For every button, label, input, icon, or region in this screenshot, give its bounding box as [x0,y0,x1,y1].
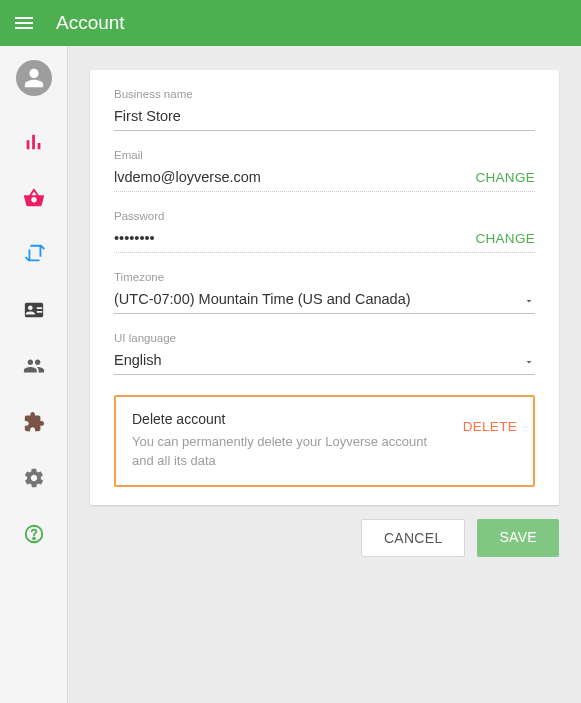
sidebar-item-items[interactable] [0,170,68,226]
main-content: Business name Email lvdemo@loyverse.com … [68,46,581,703]
action-buttons: CANCEL SAVE [90,519,559,557]
password-label: Password [114,210,535,222]
business-name-label: Business name [114,88,535,100]
sidebar-item-help[interactable] [0,506,68,562]
change-password-button[interactable]: CHANGE [475,231,535,246]
sidebar-item-settings[interactable] [0,450,68,506]
email-label: Email [114,149,535,161]
avatar[interactable] [16,60,52,96]
chevron-down-icon [523,293,535,311]
language-value: English [114,350,535,370]
sidebar [0,46,68,703]
language-label: UI language [114,332,535,344]
delete-account-desc: You can permanently delete your Loyverse… [132,433,451,471]
app-header: Account [0,0,581,46]
change-email-button[interactable]: CHANGE [475,170,535,185]
save-button[interactable]: SAVE [477,519,559,557]
sidebar-item-employees[interactable] [0,282,68,338]
timezone-value: (UTC-07:00) Mountain Time (US and Canada… [114,289,535,309]
sidebar-item-integrations[interactable] [0,394,68,450]
svg-point-1 [33,538,35,540]
password-value: •••••••• [114,228,475,248]
sidebar-item-customers[interactable] [0,338,68,394]
field-timezone: Timezone (UTC-07:00) Mountain Time (US a… [114,271,535,314]
language-select[interactable]: English [114,350,535,375]
email-value: lvdemo@loyverse.com [114,167,475,187]
timezone-select[interactable]: (UTC-07:00) Mountain Time (US and Canada… [114,289,535,314]
field-email: Email lvdemo@loyverse.com CHANGE [114,149,535,192]
field-language: UI language English [114,332,535,375]
sidebar-item-inventory[interactable] [0,226,68,282]
page-title: Account [56,12,125,34]
timezone-label: Timezone [114,271,535,283]
chevron-down-icon [523,354,535,372]
field-business-name: Business name [114,88,535,131]
business-name-input[interactable] [114,106,535,126]
menu-icon[interactable] [12,11,36,35]
delete-button[interactable]: DELETE [463,411,517,434]
delete-account-box: Delete account You can permanently delet… [114,395,535,487]
sidebar-item-reports[interactable] [0,114,68,170]
field-password: Password •••••••• CHANGE [114,210,535,253]
account-card: Business name Email lvdemo@loyverse.com … [90,70,559,505]
cancel-button[interactable]: CANCEL [361,519,466,557]
delete-account-title: Delete account [132,411,451,427]
